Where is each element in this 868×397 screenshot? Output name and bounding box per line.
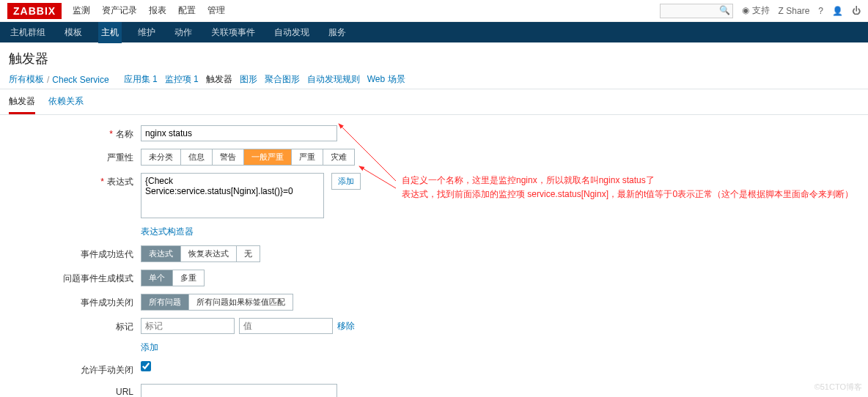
url-label: URL: [9, 384, 141, 397]
okgen-none[interactable]: 无: [237, 246, 260, 261]
ok-event-gen-label: 事件成功迭代: [9, 245, 141, 261]
manual-close-checkbox[interactable]: [141, 361, 151, 371]
subnav-discovery[interactable]: 自动发现: [271, 22, 312, 43]
formtab-trigger[interactable]: 触发器: [9, 95, 35, 114]
name-input[interactable]: [141, 125, 337, 141]
crumb-all-templates[interactable]: 所有模板: [9, 73, 44, 86]
top-header: ZABBIX 监测 资产记录 报表 配置 管理 🔍 ◉ 支持 Z Share ?…: [0, 0, 868, 22]
trigger-form: 名称 严重性 未分类 信息 警告 一般严重 严重 灾难 表达式 {Check S…: [0, 115, 868, 397]
subnav-hostgroups[interactable]: 主机群组: [7, 22, 48, 43]
search-icon[interactable]: 🔍: [719, 5, 730, 15]
topnav-admin[interactable]: 管理: [207, 4, 225, 17]
sectab-web[interactable]: Web 场景: [367, 73, 405, 86]
tag-add-link[interactable]: 添加: [141, 341, 158, 354]
power-icon[interactable]: ⏻: [852, 6, 861, 16]
topnav-reports[interactable]: 报表: [149, 4, 166, 17]
okgen-expr[interactable]: 表达式: [141, 246, 181, 261]
sectab-items[interactable]: 监控项 1: [165, 73, 199, 86]
ok-close-seg: 所有问题 所有问题如果标签值匹配: [141, 294, 293, 311]
expr-textarea[interactable]: {Check Service:service.status[Nginx].las…: [141, 173, 324, 218]
severity-seg: 未分类 信息 警告 一般严重 严重 灾难: [141, 149, 355, 166]
sub-nav: 主机群组 模板 主机 维护 动作 关联项事件 自动发现 服务: [0, 22, 868, 42]
expr-constructor-link[interactable]: 表达式构造器: [141, 226, 194, 238]
watermark: ©51CTO博客: [814, 382, 862, 393]
expr-add-button[interactable]: 添加: [331, 173, 361, 190]
name-label: 名称: [9, 125, 141, 141]
okclose-tagmatch[interactable]: 所有问题如果标签值匹配: [189, 294, 293, 310]
sev-disaster[interactable]: 灾难: [323, 149, 354, 165]
sev-average[interactable]: 一般严重: [244, 149, 292, 165]
topnav-monitor[interactable]: 监测: [73, 4, 90, 17]
subnav-templates[interactable]: 模板: [62, 22, 85, 43]
header-right: 🔍 ◉ 支持 Z Share ? 👤 ⏻: [660, 4, 861, 18]
ok-event-gen-seg: 表达式 恢复表达式 无: [141, 245, 260, 262]
expr-label: 表达式: [9, 173, 141, 188]
tag-remove-link[interactable]: 移除: [337, 320, 355, 333]
share-link[interactable]: Z Share: [779, 6, 810, 16]
pm-multiple[interactable]: 多重: [173, 270, 204, 286]
severity-label: 严重性: [9, 149, 141, 164]
tags-label: 标记: [9, 318, 141, 333]
sectab-graphs[interactable]: 图形: [240, 73, 257, 86]
sev-warning[interactable]: 警告: [213, 149, 244, 165]
ok-close-label: 事件成功关闭: [9, 294, 141, 309]
breadcrumb-row: 所有模板 / Check Service 应用集 1 监控项 1 触发器 图形 …: [0, 72, 868, 89]
form-tabs: 触发器 依赖关系: [0, 89, 868, 115]
top-nav: 监测 资产记录 报表 配置 管理: [73, 4, 237, 17]
subnav-correlation[interactable]: 关联项事件: [208, 22, 258, 43]
support-link[interactable]: ◉ 支持: [742, 4, 769, 17]
subnav-maintenance[interactable]: 维护: [135, 22, 158, 43]
help-icon[interactable]: ?: [818, 6, 823, 16]
sectab-triggers[interactable]: 触发器: [206, 73, 232, 86]
topnav-config[interactable]: 配置: [178, 4, 196, 17]
user-icon[interactable]: 👤: [832, 6, 843, 16]
search-wrap: 🔍: [660, 4, 733, 18]
formtab-deps[interactable]: 依赖关系: [48, 95, 84, 114]
subnav-services[interactable]: 服务: [326, 22, 349, 43]
sectab-screens[interactable]: 聚合图形: [265, 73, 300, 86]
crumb-check-service[interactable]: Check Service: [52, 75, 108, 85]
pm-single[interactable]: 单个: [141, 270, 173, 286]
subnav-hosts[interactable]: 主机: [98, 22, 122, 43]
problem-mode-label: 问题事件生成模式: [9, 270, 141, 285]
okgen-recovery[interactable]: 恢复表达式: [181, 246, 237, 261]
sectab-apps[interactable]: 应用集 1: [124, 73, 158, 86]
subnav-actions[interactable]: 动作: [172, 22, 195, 43]
tag-name-input[interactable]: [141, 318, 235, 334]
annotation-text: 自定义一个名称，这里是监控nginx，所以就取名叫nginx status了 表…: [402, 174, 853, 201]
manual-close-label: 允许手动关闭: [9, 361, 141, 376]
problem-mode-seg: 单个 多重: [141, 270, 205, 286]
logo: ZABBIX: [7, 3, 62, 19]
url-input[interactable]: [141, 384, 337, 397]
section-tabs: 应用集 1 监控项 1 触发器 图形 聚合图形 自动发现规则 Web 场景: [124, 73, 413, 86]
tag-value-input[interactable]: [239, 318, 333, 334]
sectab-discovery[interactable]: 自动发现规则: [307, 73, 360, 86]
sev-info[interactable]: 信息: [181, 149, 213, 165]
okclose-all[interactable]: 所有问题: [141, 294, 189, 310]
sev-high[interactable]: 严重: [292, 149, 323, 165]
topnav-inventory[interactable]: 资产记录: [102, 4, 137, 17]
page-title: 触发器: [0, 42, 868, 72]
sev-unclassified[interactable]: 未分类: [141, 149, 181, 165]
